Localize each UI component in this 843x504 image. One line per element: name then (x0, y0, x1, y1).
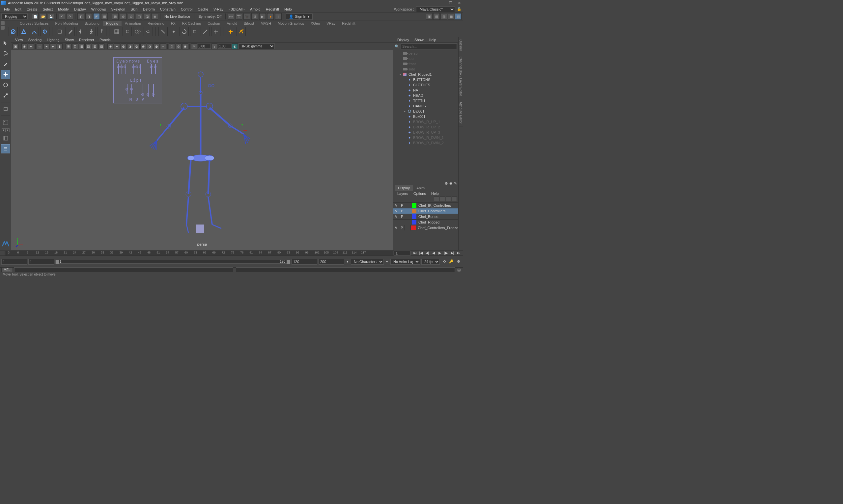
expander-icon[interactable] (399, 68, 402, 71)
layer-row-chef_ik_controllers[interactable]: V P Chef_IK_Controllers (393, 202, 458, 208)
select-component-button[interactable]: ◩ (93, 13, 100, 20)
shelf-tab-polymodeling[interactable]: Poly Modeling (52, 21, 81, 26)
paint-select-tool[interactable] (1, 59, 10, 69)
layer-color-swatch[interactable] (411, 209, 417, 214)
tree-item-brow_r_dwn_2[interactable]: ✦BROW_R_DWN_2 (394, 140, 458, 145)
scale-tool[interactable] (1, 91, 10, 100)
vp-motion-blur[interactable]: ◔ (147, 43, 153, 49)
vp-color-mgmt-icon[interactable]: ◐ (232, 43, 238, 49)
vp-gate-mask[interactable]: ▦ (79, 43, 85, 49)
vp-wireframe[interactable]: ◈ (107, 43, 113, 49)
menu-cache[interactable]: Cache (195, 6, 211, 12)
layer-color-swatch[interactable] (411, 220, 417, 225)
vp-menu-panels[interactable]: Panels (97, 37, 113, 42)
outliner-menu-help[interactable]: Help (426, 37, 439, 42)
shelf-opt-1[interactable] (1, 21, 5, 25)
snap-grid-button[interactable]: ⊞ (112, 13, 119, 20)
layer-color-swatch[interactable] (411, 203, 417, 208)
tree-item-front[interactable]: front (394, 61, 458, 67)
expander-icon[interactable] (403, 120, 406, 123)
layer-row-chef_rigged[interactable]: Chef_Rigged (393, 219, 458, 225)
vp-select-camera[interactable]: ▣ (13, 43, 18, 49)
expander-icon[interactable]: ▾ (399, 73, 402, 76)
vp-aa[interactable]: ○ (160, 43, 166, 49)
vp-xray-joints[interactable]: ◉ (182, 43, 188, 49)
shelf-scale-constraint-icon[interactable] (190, 27, 199, 36)
vp-menu-view[interactable]: View (13, 37, 26, 42)
menu-modify[interactable]: Modify (55, 6, 71, 12)
menu-redshift[interactable]: Redshift (263, 6, 282, 12)
render-view-button[interactable]: ▶ (259, 13, 266, 20)
range-menu-icon[interactable]: ▾ (346, 259, 350, 264)
step-back[interactable]: ◀| (424, 251, 430, 255)
play-back[interactable]: ◀ (431, 251, 437, 255)
symmetry-label[interactable]: Symmetry: Off (196, 15, 223, 18)
snap-curve-button[interactable]: ⊚ (120, 13, 126, 20)
minimize-button[interactable]: ─ (440, 1, 444, 5)
shelf-tab-rendering[interactable]: Rendering (144, 21, 168, 26)
menu-vray[interactable]: V-Ray (211, 6, 226, 12)
menu-select[interactable]: Select (40, 6, 56, 12)
layer-display-type[interactable] (405, 214, 411, 219)
shelf-insert-joint-icon[interactable] (40, 27, 49, 36)
tree-item-chef_rigged1[interactable]: ▾Chef_Rigged1 (394, 72, 458, 77)
layer-color-swatch[interactable] (411, 225, 417, 231)
side-tab-outliner[interactable]: Outliner (459, 37, 463, 54)
layer-move-up[interactable] (434, 197, 439, 201)
vp-gamma-icon[interactable]: γ (211, 43, 217, 49)
vp-field-chart[interactable]: ▤ (85, 43, 91, 49)
vp-bookmark[interactable]: ● (28, 43, 34, 49)
channel-box-toggle[interactable]: ▧ (455, 13, 461, 20)
shelf-parent-constraint-icon[interactable] (158, 27, 168, 36)
move-tool[interactable] (1, 70, 10, 79)
new-scene-button[interactable]: 📄 (32, 13, 38, 20)
outliner-menu-display[interactable]: Display (394, 37, 412, 42)
select-mask-button[interactable]: ▦ (101, 13, 108, 20)
shelf-tab-fxcaching[interactable]: FX Caching (179, 21, 204, 26)
maximize-button[interactable]: ❐ (449, 1, 453, 5)
vp-menu-show[interactable]: Show (62, 37, 77, 42)
snap-live-button[interactable]: ◉ (152, 13, 158, 20)
layer-display-type[interactable] (405, 209, 411, 214)
outliner-search-input[interactable] (401, 43, 457, 49)
undo-button[interactable]: ↶ (59, 13, 65, 20)
go-to-end[interactable]: ⏭ (456, 251, 461, 255)
vp-safe-title[interactable]: ▧ (99, 43, 104, 49)
close-button[interactable]: ✕ (457, 1, 461, 5)
step-back-key[interactable]: |◀ (418, 251, 424, 255)
layer-color-swatch[interactable] (411, 214, 417, 219)
expander-icon[interactable] (399, 57, 402, 60)
last-tool[interactable] (1, 104, 10, 113)
vp-menu-lighting[interactable]: Lighting (44, 37, 62, 42)
tree-item-buttons[interactable]: ✦BUTTONS (394, 77, 458, 82)
layer-menu-help[interactable]: Help (428, 191, 441, 197)
vp-2d-pan[interactable]: ◄ (43, 43, 49, 49)
redo-button[interactable]: ↷ (67, 13, 73, 20)
timeline-current-marker[interactable] (6, 251, 6, 255)
shelf-paint-weights-icon[interactable] (66, 27, 75, 36)
shelf-point-constraint-icon[interactable] (169, 27, 178, 36)
tree-item-side[interactable]: side (394, 67, 458, 72)
tree-item-brow_r_up_1[interactable]: ✦BROW_R_UP_1 (394, 119, 458, 124)
expander-icon[interactable] (403, 141, 406, 145)
layer-playback-toggle[interactable]: P (399, 225, 405, 231)
expander-icon[interactable]: ▸ (403, 110, 406, 113)
tree-item-head[interactable]: ✦HEAD (394, 93, 458, 98)
layer-display-type[interactable] (405, 203, 411, 208)
vp-exposure-input[interactable] (198, 44, 211, 49)
vp-camera-attrs[interactable]: ◉ (21, 43, 27, 49)
layer-display-type[interactable] (405, 225, 411, 231)
menu-skin[interactable]: Skin (128, 6, 140, 12)
expander-icon[interactable] (403, 99, 406, 102)
vp-resolution-gate[interactable]: ⊡ (72, 43, 78, 49)
open-scene-button[interactable]: 📂 (40, 13, 47, 20)
layer-tab-anim[interactable]: Anim (413, 185, 428, 191)
menu-dtoall[interactable]: - 3DtoAll - (226, 6, 247, 12)
snap-point-button[interactable]: ⊙ (128, 13, 135, 20)
layer-create-selected[interactable] (452, 197, 457, 201)
render-button[interactable]: 🎬 (235, 13, 242, 20)
ipr-button[interactable]: IPR (228, 13, 234, 20)
tree-item-teeth[interactable]: ✦TEETH (394, 98, 458, 103)
vp-xray[interactable]: ◎ (176, 43, 181, 49)
autokey-icon[interactable]: 🔑 (449, 259, 454, 264)
